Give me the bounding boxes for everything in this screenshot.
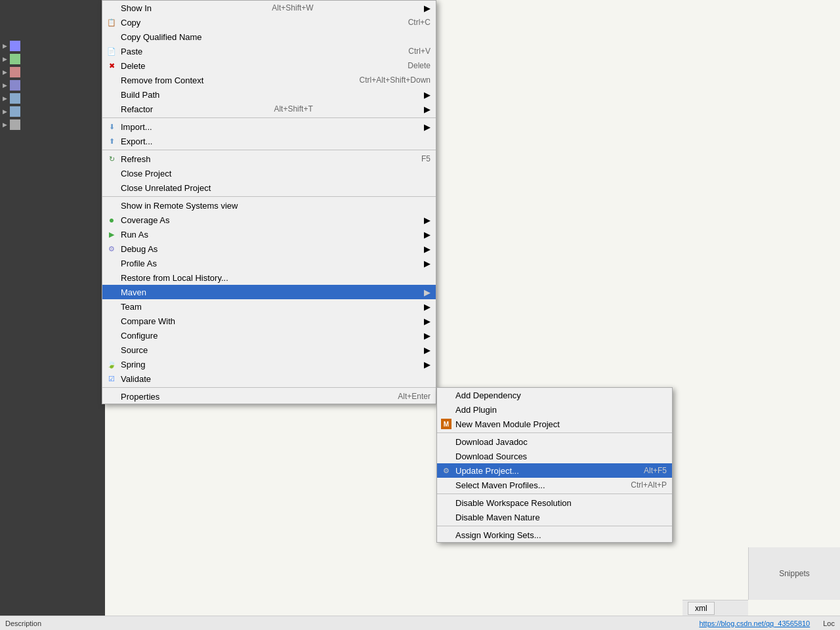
copy-qualified-label: Copy Qualified Name [121,32,202,42]
team-label: Team [121,302,142,312]
run-as-label: Run As [121,230,148,240]
spring-icon: 🍃 [106,359,117,369]
update-project-icon: ⚙ [441,465,452,476]
show-in-label: Show In [121,3,152,13]
menu-item-compare-with[interactable]: Compare With ▶ [102,314,436,328]
paste-label: Paste [121,47,142,56]
import-icon: ⬇ [106,121,117,132]
separator-4 [102,387,436,388]
update-project-shortcut: Alt+F5 [631,466,667,475]
remove-from-context-label: Remove from Context [121,75,203,85]
delete-label: Delete [121,61,146,71]
refresh-label: Refresh [121,154,151,164]
restore-label: Restore from Local History... [121,273,228,283]
submenu-new-maven-module[interactable]: M New Maven Module Project [437,417,672,431]
run-as-arrow: ▶ [421,230,430,240]
menu-item-export[interactable]: ⬆ Export... [102,134,436,148]
compare-with-arrow: ▶ [421,316,430,326]
new-maven-module-label: New Maven Module Project [455,419,560,429]
coverage-as-arrow: ▶ [421,215,430,225]
spring-arrow: ▶ [421,360,430,369]
menu-item-copy-qualified[interactable]: Copy Qualified Name [102,30,436,44]
maven-submenu: Add Dependency Add Plugin M New Maven Mo… [436,387,673,543]
delete-icon: ✖ [106,60,117,71]
refactor-shortcut: Alt+Shift+T [261,104,312,114]
side-item-7[interactable] [0,118,105,131]
build-path-arrow: ▶ [421,90,430,100]
compare-with-label: Compare With [121,316,175,326]
menu-item-remove-from-context[interactable]: Remove from Context Ctrl+Alt+Shift+Down [102,73,436,87]
side-item-2[interactable] [0,52,105,66]
download-javadoc-label: Download Javadoc [455,437,528,447]
menu-item-delete[interactable]: ✖ Delete Delete [102,58,436,73]
close-unrelated-label: Close Unrelated Project [121,183,211,193]
copy-shortcut: Ctrl+C [395,18,430,27]
refactor-arrow: ▶ [421,104,430,114]
update-project-label: Update Project... [455,466,519,476]
side-item-4[interactable] [0,79,105,92]
coverage-as-label: Coverage As [121,215,169,225]
import-arrow: ▶ [421,122,430,132]
menu-item-debug-as[interactable]: ⚙ Debug As ▶ [102,242,436,256]
close-project-label: Close Project [121,169,171,178]
loc-label: Loc [823,620,835,627]
submenu-assign-working-sets[interactable]: Assign Working Sets... [437,528,672,542]
menu-item-coverage-as[interactable]: ● Coverage As ▶ [102,213,436,227]
side-item-5[interactable] [0,92,105,105]
submenu-add-dependency[interactable]: Add Dependency [437,388,672,402]
source-arrow: ▶ [421,345,430,355]
menu-item-import[interactable]: ⬇ Import... ▶ [102,119,436,134]
coverage-icon: ● [106,215,117,225]
menu-item-refresh[interactable]: ↻ Refresh F5 [102,152,436,166]
menu-item-restore[interactable]: Restore from Local History... [102,270,436,285]
separator-3 [102,196,436,197]
submenu-add-plugin[interactable]: Add Plugin [437,402,672,417]
assign-working-sets-label: Assign Working Sets... [455,530,541,540]
configure-arrow: ▶ [421,331,430,341]
menu-item-refactor[interactable]: Refactor Alt+Shift+T ▶ [102,102,436,116]
copy-icon: 📋 [106,17,117,28]
menu-item-copy[interactable]: 📋 Copy Ctrl+C [102,15,436,30]
menu-item-properties[interactable]: Properties Alt+Enter [102,389,436,404]
menu-item-show-remote[interactable]: Show in Remote Systems view [102,198,436,213]
submenu-update-project[interactable]: ⚙ Update Project... Alt+F5 [437,463,672,478]
refresh-icon: ↻ [106,154,117,164]
menu-item-profile-as[interactable]: Profile As ▶ [102,256,436,270]
menu-item-close-unrelated[interactable]: Close Unrelated Project [102,180,436,195]
menu-item-show-in[interactable]: Show In Alt+Shift+W ▶ [102,1,436,15]
snippets-panel: Snippets [748,547,840,600]
maven-label: Maven [121,287,146,297]
menu-item-source[interactable]: Source ▶ [102,343,436,357]
submenu-select-maven-profiles[interactable]: Select Maven Profiles... Ctrl+Alt+P [437,478,672,492]
submenu-disable-workspace[interactable]: Disable Workspace Resolution [437,495,672,510]
menu-item-validate[interactable]: ☑ Validate [102,371,436,386]
side-item-1[interactable] [0,39,105,52]
maven-arrow: ▶ [421,287,430,297]
remove-from-context-shortcut: Ctrl+Alt+Shift+Down [346,75,430,85]
properties-shortcut: Alt+Enter [385,392,430,401]
submenu-download-sources[interactable]: Download Sources [437,449,672,463]
snippets-label: Snippets [779,569,810,578]
side-item-3[interactable] [0,66,105,79]
menu-item-build-path[interactable]: Build Path ▶ [102,87,436,102]
menu-item-paste[interactable]: 📄 Paste Ctrl+V [102,44,436,58]
add-plugin-label: Add Plugin [455,405,497,415]
separator-1 [102,117,436,118]
menu-item-team[interactable]: Team ▶ [102,299,436,314]
menu-item-close-project[interactable]: Close Project [102,166,436,180]
menu-item-run-as[interactable]: ▶ Run As ▶ [102,227,436,242]
debug-as-label: Debug As [121,244,158,254]
xml-tab[interactable]: xml [688,602,715,615]
menu-item-maven[interactable]: Maven ▶ [102,285,436,299]
export-icon: ⬆ [106,136,117,146]
profile-as-label: Profile As [121,259,157,268]
menu-item-spring[interactable]: 🍃 Spring ▶ [102,357,436,371]
side-item-6[interactable] [0,105,105,118]
url-link[interactable]: https://blog.csdn.net/qq_43565810 [699,620,810,627]
submenu-download-javadoc[interactable]: Download Javadoc [437,434,672,449]
description-label: Description [5,620,41,627]
submenu-disable-maven-nature[interactable]: Disable Maven Nature [437,510,672,524]
menu-item-configure[interactable]: Configure ▶ [102,328,436,343]
separator-2 [102,150,436,150]
run-icon: ▶ [106,229,117,240]
